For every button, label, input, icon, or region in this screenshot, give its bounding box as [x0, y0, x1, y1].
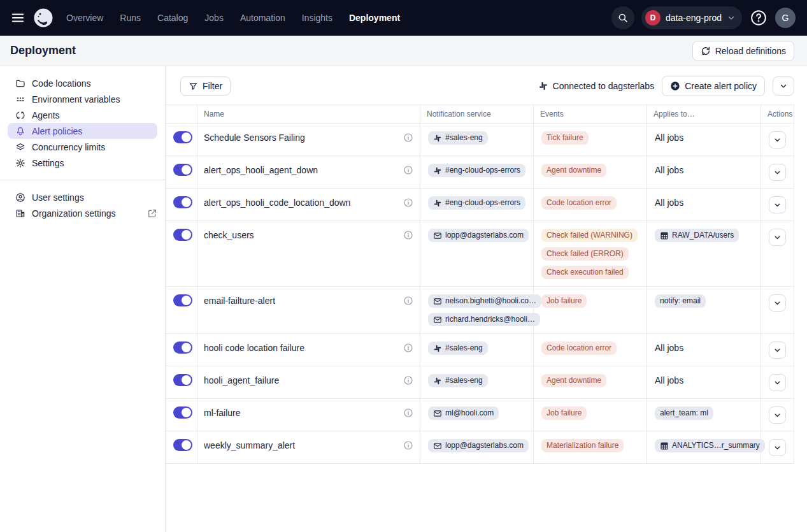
sidebar-item-user-settings[interactable]: User settings: [0, 189, 165, 205]
info-icon[interactable]: [403, 440, 413, 450]
toggle-cell: [166, 287, 197, 333]
notification-badge: richard.hendricks@hooli…: [428, 313, 540, 326]
row-actions-button[interactable]: [769, 439, 786, 456]
toggle-cell: [166, 124, 197, 155]
deployment-name: data-eng-prod: [666, 13, 722, 23]
deployment-switcher[interactable]: D data-eng-prod: [641, 6, 742, 29]
sidebar-item-agents[interactable]: Agents: [0, 107, 165, 123]
applies-to-cell: RAW_DATA/users: [647, 221, 761, 286]
reload-icon: [701, 46, 711, 56]
sidebar-item-concurrency-limits[interactable]: Concurrency limits: [0, 139, 165, 155]
notification-label: #eng-cloud-ops-errors: [445, 166, 520, 175]
sidebar-item-label: Environment variables: [32, 94, 120, 104]
column-header-applies-to: Applies to…: [647, 105, 761, 123]
sidebar-item-code-locations[interactable]: Code locations: [0, 75, 165, 91]
info-icon[interactable]: [403, 343, 413, 353]
nav-item-overview[interactable]: Overview: [66, 13, 103, 23]
create-alert-policy-menu-button[interactable]: [773, 76, 794, 96]
chevron-down-icon: [773, 346, 782, 354]
row-actions-button[interactable]: [769, 229, 786, 246]
row-actions-button[interactable]: [769, 406, 786, 424]
notification-badge: #eng-cloud-ops-errors: [428, 164, 525, 177]
notification-label: #sales-eng: [445, 376, 483, 385]
notification-service-cell: lopp@dagsterlabs.com: [420, 431, 534, 463]
events-cell: Code location error: [534, 334, 647, 366]
slack-connection-status: Connected to dagsterlabs: [538, 81, 655, 91]
dagster-logo-icon[interactable]: [33, 8, 54, 28]
hamburger-menu-icon[interactable]: [10, 10, 25, 25]
alert-enabled-toggle[interactable]: [173, 164, 192, 176]
email-icon: [433, 409, 442, 418]
search-button[interactable]: [611, 6, 634, 29]
applies-to-badge: RAW_DATA/users: [655, 229, 739, 242]
alert-enabled-toggle[interactable]: [173, 131, 192, 143]
info-icon[interactable]: [403, 408, 413, 418]
info-icon[interactable]: [403, 133, 413, 143]
slack-icon: [433, 377, 442, 385]
help-button[interactable]: [749, 8, 768, 27]
sidebar-item-organization-settings[interactable]: Organization settings: [0, 205, 165, 221]
nav-item-runs[interactable]: Runs: [120, 13, 141, 23]
notification-badge: #sales-eng: [428, 131, 488, 145]
events-cell: Agent downtime: [534, 156, 647, 188]
chevron-down-icon: [773, 136, 782, 144]
sidebar-item-label: Concurrency limits: [32, 142, 105, 152]
alert-policy-name: Schedule Sensors Failing: [204, 131, 305, 144]
name-cell: alert_ops_hooli_code_location_down: [197, 189, 420, 220]
row-actions-button[interactable]: [769, 196, 786, 213]
info-icon[interactable]: [403, 198, 413, 208]
nav-item-automation[interactable]: Automation: [240, 13, 285, 23]
row-actions-button[interactable]: [769, 131, 786, 148]
row-actions-button[interactable]: [769, 294, 786, 312]
applies-to-badge: notify: email: [655, 294, 706, 308]
alert-enabled-toggle[interactable]: [173, 229, 192, 241]
alert-policy-row: email-failture-alertnelson.bighetti@hool…: [166, 287, 794, 334]
info-icon[interactable]: [403, 165, 413, 175]
nav-item-deployment[interactable]: Deployment: [349, 13, 400, 23]
alert-enabled-toggle[interactable]: [173, 341, 192, 354]
notification-label: ml@hooli.com: [445, 408, 494, 418]
sidebar-item-label: Organization settings: [32, 208, 116, 219]
plus-circle-icon: [670, 81, 680, 91]
notification-label: #eng-cloud-ops-errors: [445, 198, 520, 208]
row-actions-button[interactable]: [769, 164, 786, 181]
alert-enabled-toggle[interactable]: [173, 374, 192, 386]
user-avatar[interactable]: G: [775, 8, 796, 28]
alert-enabled-toggle[interactable]: [173, 439, 192, 451]
nav-item-insights[interactable]: Insights: [302, 13, 332, 23]
info-icon[interactable]: [403, 296, 413, 306]
nav-item-catalog[interactable]: Catalog: [157, 13, 188, 23]
alert-enabled-toggle[interactable]: [173, 196, 192, 208]
alert-enabled-toggle[interactable]: [173, 406, 192, 419]
name-cell: hooli_agent_failure: [197, 366, 420, 398]
sidebar-item-environment-variables[interactable]: Environment variables: [0, 91, 165, 107]
chevron-down-icon: [773, 378, 782, 387]
applies-to-cell: All jobs: [647, 156, 761, 188]
sidebar-item-settings[interactable]: Settings: [0, 155, 165, 171]
alert-enabled-toggle[interactable]: [173, 294, 192, 306]
info-icon[interactable]: [403, 375, 413, 385]
actions-cell: [761, 366, 794, 398]
sidebar-item-label: Code locations: [32, 78, 91, 89]
email-icon: [433, 297, 442, 306]
chevron-down-icon: [773, 411, 782, 419]
reload-definitions-button[interactable]: Reload definitions: [692, 41, 794, 61]
row-actions-button[interactable]: [769, 341, 786, 359]
chevron-down-icon: [773, 201, 782, 209]
sidebar-item-alert-policies[interactable]: Alert policies: [8, 123, 157, 139]
alert-policy-name: alert_ops_hooli_code_location_down: [204, 196, 350, 209]
name-cell: alert_ops_hooli_agent_down: [197, 156, 420, 188]
applies-to-text: All jobs: [655, 341, 683, 354]
info-icon[interactable]: [403, 230, 413, 240]
alert-policy-row: hooli code location failure#sales-engCod…: [166, 334, 794, 366]
env-vars-icon: [15, 94, 25, 104]
filter-button[interactable]: Filter: [180, 76, 231, 96]
notification-service-cell: ml@hooli.com: [420, 399, 534, 431]
notification-badge: lopp@dagsterlabs.com: [428, 439, 529, 452]
applies-to-text: All jobs: [655, 131, 683, 144]
row-actions-button[interactable]: [769, 374, 786, 391]
alert-policy-row: ml-failureml@hooli.comJob failurealert_t…: [166, 399, 794, 431]
create-alert-policy-button[interactable]: Create alert policy: [662, 76, 765, 96]
applies-to-text: All jobs: [655, 374, 683, 387]
nav-item-jobs[interactable]: Jobs: [204, 13, 224, 23]
